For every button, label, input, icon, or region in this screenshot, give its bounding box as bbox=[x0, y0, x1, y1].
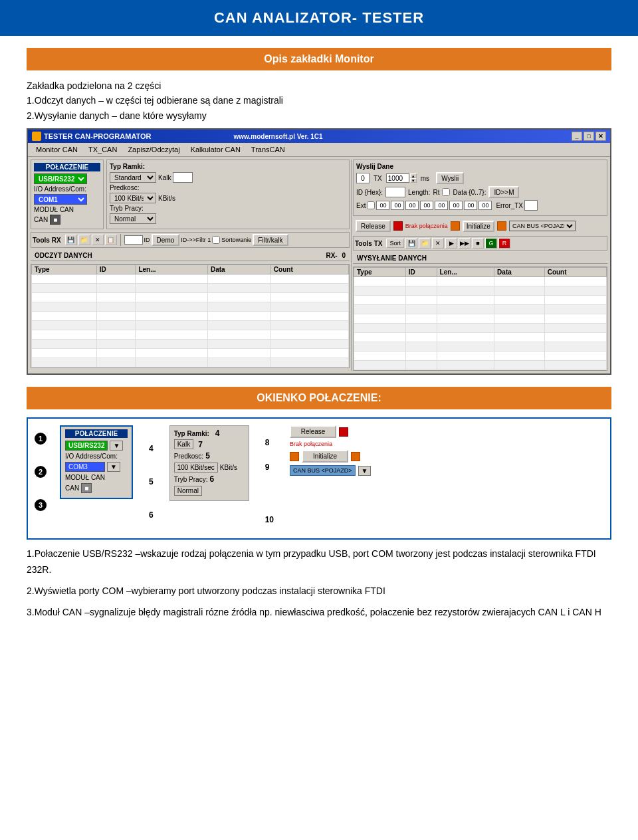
diag-frame-title: Typ Ramki: 4 bbox=[174, 429, 245, 438]
sortowanie-check[interactable] bbox=[212, 236, 220, 244]
title-bar-left: TESTER CAN-PROGRAMATOR www.modernsoft.pl… bbox=[32, 132, 323, 141]
mode-select[interactable]: Normal bbox=[110, 213, 156, 224]
filtr-kalk-button[interactable]: Filtr/kalk bbox=[253, 234, 288, 246]
tx-value-input[interactable] bbox=[356, 173, 370, 183]
col-type-tx: Type bbox=[354, 268, 406, 277]
tx-spin-input[interactable] bbox=[386, 173, 409, 183]
demo-button[interactable]: Demo bbox=[152, 234, 180, 246]
tool-save-icon[interactable]: 💾 bbox=[65, 235, 77, 245]
diag-can-label: CAN bbox=[65, 484, 79, 492]
table-row bbox=[354, 342, 607, 352]
spin-up[interactable]: ▲ bbox=[410, 173, 417, 178]
minimize-button[interactable]: _ bbox=[572, 132, 582, 141]
rt-label: Rt bbox=[433, 189, 439, 196]
page-title: CAN ANALIZATOR- TESTER bbox=[0, 9, 638, 27]
id-input[interactable] bbox=[124, 235, 143, 245]
id-m-button[interactable]: ID>>M bbox=[488, 186, 519, 198]
tool-delete-tx-icon[interactable]: ✕ bbox=[432, 238, 444, 249]
byte5[interactable] bbox=[449, 201, 463, 210]
maximize-button[interactable]: □ bbox=[584, 132, 594, 141]
id-hex-label: ID {Hex}: bbox=[356, 189, 383, 196]
tool-stop-icon[interactable]: ■ bbox=[472, 238, 484, 249]
diag-com: COM3 bbox=[65, 462, 105, 472]
menu-tx-can[interactable]: TX_CAN bbox=[83, 144, 122, 155]
menu-kalkulator[interactable]: Kalkulator CAN bbox=[185, 144, 246, 155]
num-labels-col: 4 5 6 bbox=[146, 425, 156, 532]
left-panel: POŁACZENIE USB/RS232 I/O Address/Com: CO… bbox=[31, 159, 350, 371]
init-btn-diag[interactable]: Initialize bbox=[302, 450, 348, 463]
menu-monitor-can[interactable]: Monitor CAN bbox=[31, 144, 83, 155]
byte1[interactable] bbox=[391, 201, 404, 210]
byte7[interactable] bbox=[478, 201, 492, 210]
id-filtr-label: ID->>Filtr 1 bbox=[181, 237, 211, 243]
table-row bbox=[354, 286, 607, 296]
tool-red-icon[interactable]: R bbox=[498, 238, 510, 249]
tool-save-tx-icon[interactable]: 💾 bbox=[405, 238, 417, 249]
conn-row-usb: USB/RS232 bbox=[34, 173, 100, 184]
diag-speed-val-row: 100 KBit/sec KBit/s bbox=[174, 463, 245, 472]
menu-zapisz[interactable]: Zapisz/Odczytaj bbox=[122, 144, 185, 155]
tool-play-icon[interactable]: ▶ bbox=[445, 238, 457, 249]
table-row bbox=[32, 284, 349, 293]
mode-label: Tryb Pracy: bbox=[110, 205, 144, 212]
speed-label: Predkosc: bbox=[110, 184, 139, 191]
tool-green-icon[interactable]: G bbox=[485, 238, 497, 249]
red-indicator bbox=[393, 221, 403, 231]
error-tx-input[interactable] bbox=[524, 200, 538, 211]
release-button[interactable]: Release bbox=[356, 220, 391, 232]
rt-check[interactable] bbox=[442, 188, 450, 196]
byte6[interactable] bbox=[464, 201, 477, 210]
can-bus-select[interactable]: CAN BUS <POJAZD> bbox=[509, 221, 576, 231]
id-label: ID bbox=[144, 237, 150, 243]
diag-kbit-label: KBit/s bbox=[220, 464, 237, 471]
tool-folder-tx-icon[interactable]: 📁 bbox=[419, 238, 431, 249]
modul-label: MODUŁ CAN bbox=[34, 206, 74, 213]
ext-check[interactable] bbox=[367, 201, 375, 209]
io-label: I/O Address/Com: bbox=[34, 185, 86, 193]
byte3[interactable] bbox=[420, 201, 433, 210]
com-select[interactable]: COM1 bbox=[34, 194, 87, 205]
col-len-rx: Len... bbox=[136, 265, 208, 274]
frame-row-speed: Predkosc: bbox=[110, 184, 346, 191]
nl-5b: 5 bbox=[205, 451, 210, 461]
release-btn-diag[interactable]: Release bbox=[290, 425, 336, 438]
initialize-button[interactable]: Initialize bbox=[463, 221, 494, 232]
ext-label: Ext bbox=[356, 202, 366, 209]
id-hex-input[interactable] bbox=[385, 187, 405, 197]
byte2[interactable] bbox=[405, 201, 419, 210]
tool-copy-icon[interactable]: 📋 bbox=[105, 235, 117, 245]
spin-arrows: ▲ ▼ bbox=[410, 173, 417, 183]
byte0[interactable] bbox=[376, 201, 389, 210]
red-ind-diag bbox=[339, 427, 348, 437]
diag-mode-label: Tryb Pracy: bbox=[174, 476, 208, 483]
menu-transcan[interactable]: TransCAN bbox=[246, 144, 290, 155]
spin-down[interactable]: ▼ bbox=[410, 178, 417, 183]
usb-select[interactable]: USB/RS232 bbox=[34, 173, 87, 184]
tool-folder-icon[interactable]: 📁 bbox=[78, 235, 90, 245]
text3: 2.Wysyłanie danych – dane które wysyłamy bbox=[27, 108, 611, 123]
app-window: TESTER CAN-PROGRAMATOR www.modernsoft.pl… bbox=[27, 128, 611, 375]
wysylanie-table-section: Type ID Len... Data Count bbox=[353, 266, 607, 371]
error-tx-label: Error_TX bbox=[496, 202, 523, 209]
top-row-left: POŁACZENIE USB/RS232 I/O Address/Com: CO… bbox=[31, 159, 350, 229]
close-button[interactable]: ✕ bbox=[595, 132, 606, 141]
num-2: 2 bbox=[35, 466, 47, 478]
tool-play2-icon[interactable]: ▶▶ bbox=[459, 238, 471, 249]
tool-delete-icon[interactable]: ✕ bbox=[92, 235, 104, 245]
orange-ind-diag2 bbox=[351, 452, 360, 461]
wyslij-button[interactable]: Wyslii bbox=[436, 172, 464, 184]
kalk-input[interactable] bbox=[173, 172, 193, 183]
app-icon bbox=[32, 132, 41, 141]
table-row bbox=[32, 321, 349, 330]
nl-6: 6 bbox=[149, 510, 154, 520]
section1-header: Opis zakładki Monitor bbox=[27, 48, 611, 70]
frame-type-select[interactable]: Standard bbox=[110, 172, 156, 183]
text1: Zakładka podzielona na 2 części bbox=[27, 78, 611, 93]
tools-tx-row: Tools TX Sort 💾 📁 ✕ ▶ ▶▶ ■ G R bbox=[353, 236, 607, 251]
byte4[interactable] bbox=[435, 201, 448, 210]
sort-button[interactable]: Sort bbox=[386, 239, 404, 248]
speed-select[interactable]: 100 KBit/sec bbox=[110, 193, 156, 203]
nl-4: 4 bbox=[149, 444, 154, 453]
col-data-tx: Data bbox=[494, 268, 545, 277]
title-bar-controls[interactable]: _ □ ✕ bbox=[572, 132, 606, 141]
